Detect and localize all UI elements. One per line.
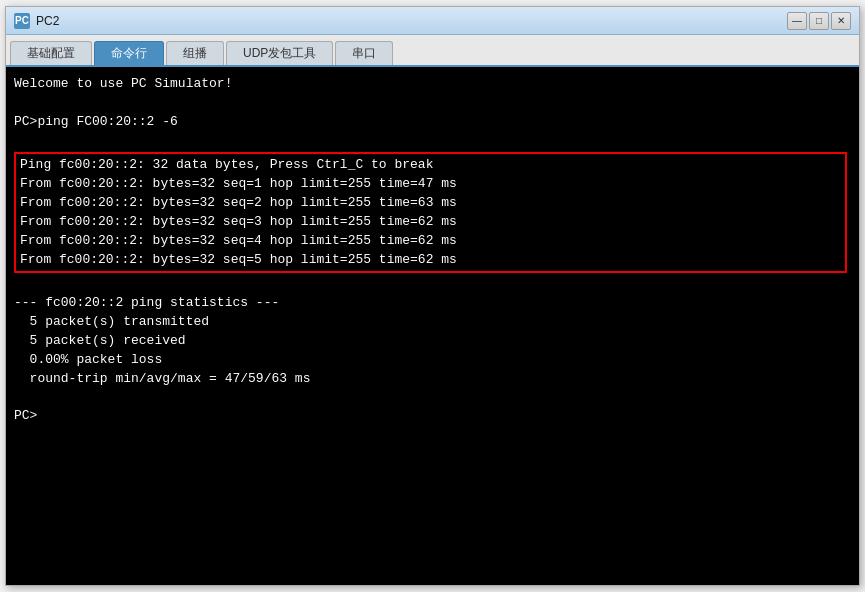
stats-line-transmitted: 5 packet(s) transmitted [14, 313, 851, 332]
close-button[interactable]: ✕ [831, 12, 851, 30]
tab-bar: 基础配置 命令行 组播 UDP发包工具 串口 [6, 35, 859, 67]
terminal-line-command: PC>ping FC00:20::2 -6 [14, 113, 851, 132]
ping-result-line-0: Ping fc00:20::2: 32 data bytes, Press Ct… [20, 156, 841, 175]
terminal-area[interactable]: Welcome to use PC Simulator! PC>ping FC0… [6, 67, 859, 585]
tab-basic-config[interactable]: 基础配置 [10, 41, 92, 65]
minimize-button[interactable]: — [787, 12, 807, 30]
stats-line-loss: 0.00% packet loss [14, 351, 851, 370]
terminal-line-blank2 [14, 132, 851, 151]
terminal-prompt: PC> [14, 407, 851, 426]
stats-line-header: --- fc00:20::2 ping statistics --- [14, 294, 851, 313]
terminal-line-blank3 [14, 275, 851, 294]
window-icon-label: PC [15, 15, 29, 26]
stats-line-received: 5 packet(s) received [14, 332, 851, 351]
ping-result-line-4: From fc00:20::2: bytes=32 seq=4 hop limi… [20, 232, 841, 251]
tab-udp-tool[interactable]: UDP发包工具 [226, 41, 333, 65]
maximize-button[interactable]: □ [809, 12, 829, 30]
title-bar-buttons: — □ ✕ [787, 12, 851, 30]
tab-command-line[interactable]: 命令行 [94, 41, 164, 65]
ping-result-line-2: From fc00:20::2: bytes=32 seq=2 hop limi… [20, 194, 841, 213]
ping-result-line-1: From fc00:20::2: bytes=32 seq=1 hop limi… [20, 175, 841, 194]
terminal-line-blank4 [14, 389, 851, 408]
title-bar: PC PC2 — □ ✕ [6, 7, 859, 35]
ping-result-line-3: From fc00:20::2: bytes=32 seq=3 hop limi… [20, 213, 841, 232]
tab-multicast[interactable]: 组播 [166, 41, 224, 65]
ping-result-line-5: From fc00:20::2: bytes=32 seq=5 hop limi… [20, 251, 841, 270]
window-icon: PC [14, 13, 30, 29]
terminal-line-welcome: Welcome to use PC Simulator! [14, 75, 851, 94]
ping-result-block: Ping fc00:20::2: 32 data bytes, Press Ct… [14, 152, 847, 273]
stats-line-rtt: round-trip min/avg/max = 47/59/63 ms [14, 370, 851, 389]
title-bar-left: PC PC2 [14, 13, 59, 29]
window-title: PC2 [36, 14, 59, 28]
main-window: PC PC2 — □ ✕ 基础配置 命令行 组播 UDP发包工具 串口 Welc… [5, 6, 860, 586]
tab-serial[interactable]: 串口 [335, 41, 393, 65]
terminal-line-blank1 [14, 94, 851, 113]
